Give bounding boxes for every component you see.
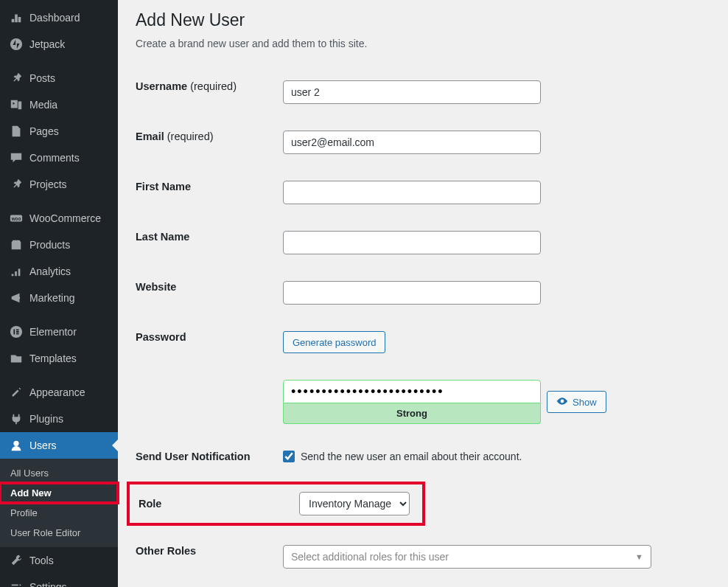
generate-password-button[interactable]: Generate password (283, 331, 385, 353)
sidebar-item-label: Users (29, 440, 57, 451)
page-description: Create a brand new user and add them to … (136, 38, 710, 49)
show-password-button[interactable]: Show (547, 391, 606, 413)
svg-point-0 (10, 38, 22, 50)
admin-sidebar: Dashboard Jetpack Posts Media Pages Comm… (0, 0, 118, 587)
marketing-icon (9, 291, 24, 305)
sidebar-item-label: Settings (29, 581, 67, 587)
sidebar-item-jetpack[interactable]: Jetpack (0, 31, 118, 58)
other-roles-select[interactable]: Select additional roles for this user ▼ (283, 545, 651, 569)
sidebar-item-posts[interactable]: Posts (0, 65, 118, 91)
sidebar-item-label: Plugins (29, 413, 63, 425)
users-icon (9, 438, 24, 453)
other-roles-label: Other Roles (136, 532, 283, 582)
sidebar-item-pages[interactable]: Pages (0, 118, 118, 145)
sidebar-item-label: Marketing (29, 292, 74, 304)
sidebar-item-label: WooCommerce (29, 212, 101, 224)
settings-icon (9, 580, 24, 587)
sidebar-item-label: Projects (29, 178, 67, 190)
password-strength-meter: Strong (283, 403, 541, 424)
role-select[interactable]: Inventory Manager (299, 492, 410, 515)
sidebar-item-label: Tools (29, 555, 54, 566)
dashboard-icon (9, 10, 24, 25)
firstname-label: First Name (136, 167, 283, 218)
elementor-icon (9, 324, 24, 339)
plugins-icon (9, 411, 24, 426)
website-label: Website (136, 268, 283, 318)
sidebar-item-tools[interactable]: Tools (0, 547, 118, 574)
sidebar-item-label: Analytics (29, 265, 71, 277)
sidebar-item-label: Elementor (29, 326, 77, 338)
svg-point-4 (13, 441, 18, 446)
sidebar-item-analytics[interactable]: Analytics (0, 258, 118, 285)
sidebar-item-elementor[interactable]: Elementor (0, 319, 118, 345)
page-title: Add New User (136, 10, 710, 30)
sidebar-item-label: Posts (29, 72, 55, 84)
sidebar-item-users[interactable]: Users (0, 432, 118, 459)
users-submenu: All Users Add New Profile User Role Edit… (0, 459, 118, 547)
sidebar-item-label: Dashboard (29, 12, 80, 24)
username-input[interactable] (283, 80, 541, 104)
sidebar-item-comments[interactable]: Comments (0, 145, 118, 171)
submenu-profile[interactable]: Profile (0, 503, 118, 523)
woo-icon: woo (9, 211, 24, 226)
submenu-user-role-editor[interactable]: User Role Editor (0, 523, 118, 543)
sidebar-item-settings[interactable]: Settings (0, 574, 118, 587)
notification-checkbox-row[interactable]: Send the new user an email about their a… (283, 451, 703, 462)
password-input[interactable] (283, 380, 541, 403)
lastname-label: Last Name (136, 218, 283, 268)
svg-text:woo: woo (11, 216, 21, 221)
sidebar-item-templates[interactable]: Templates (0, 345, 118, 372)
pages-icon (9, 124, 24, 139)
sidebar-item-label: Jetpack (29, 38, 65, 50)
lastname-input[interactable] (283, 231, 541, 254)
jetpack-icon (9, 37, 24, 52)
sidebar-item-label: Appearance (29, 386, 85, 398)
chevron-down-icon: ▼ (635, 552, 643, 561)
sidebar-item-products[interactable]: Products (0, 232, 118, 258)
firstname-input[interactable] (283, 181, 541, 204)
role-row-highlight: Role Inventory Manager (127, 482, 425, 526)
sidebar-item-appearance[interactable]: Appearance (0, 379, 118, 406)
add-user-form: Username (required) Email (required) Fir… (136, 67, 710, 582)
sidebar-item-dashboard[interactable]: Dashboard (0, 4, 118, 31)
role-label: Role (139, 498, 299, 510)
sidebar-item-woocommerce[interactable]: woo WooCommerce (0, 205, 118, 232)
analytics-icon (9, 264, 24, 279)
password-label: Password (136, 318, 283, 367)
pin-icon (9, 71, 24, 86)
other-roles-placeholder: Select additional roles for this user (291, 551, 449, 563)
main-content: Add New User Create a brand new user and… (118, 0, 728, 587)
notification-checkbox[interactable] (283, 451, 295, 462)
notification-label: Send User Notification (136, 437, 283, 476)
sidebar-item-projects[interactable]: Projects (0, 171, 118, 198)
username-label: Username (required) (136, 67, 283, 117)
tools-icon (9, 553, 24, 568)
email-label: Email (required) (136, 117, 283, 167)
pin-icon (9, 177, 24, 192)
sidebar-item-marketing[interactable]: Marketing (0, 285, 118, 311)
sidebar-item-label: Templates (29, 352, 77, 364)
sidebar-item-label: Media (29, 99, 57, 111)
submenu-add-new[interactable]: Add New (0, 483, 118, 503)
submenu-all-users[interactable]: All Users (0, 463, 118, 483)
email-input[interactable] (283, 131, 541, 154)
appearance-icon (9, 385, 24, 400)
website-input[interactable] (283, 281, 541, 305)
sidebar-item-label: Products (29, 239, 70, 251)
templates-icon (9, 351, 24, 366)
sidebar-item-media[interactable]: Media (0, 91, 118, 118)
sidebar-item-label: Pages (29, 125, 59, 137)
media-icon (9, 97, 24, 112)
sidebar-item-label: Comments (29, 152, 80, 164)
products-icon (9, 237, 24, 252)
notification-text: Send the new user an email about their a… (301, 451, 522, 462)
sidebar-item-plugins[interactable]: Plugins (0, 406, 118, 432)
eye-icon (556, 395, 568, 409)
comment-icon (9, 150, 24, 165)
